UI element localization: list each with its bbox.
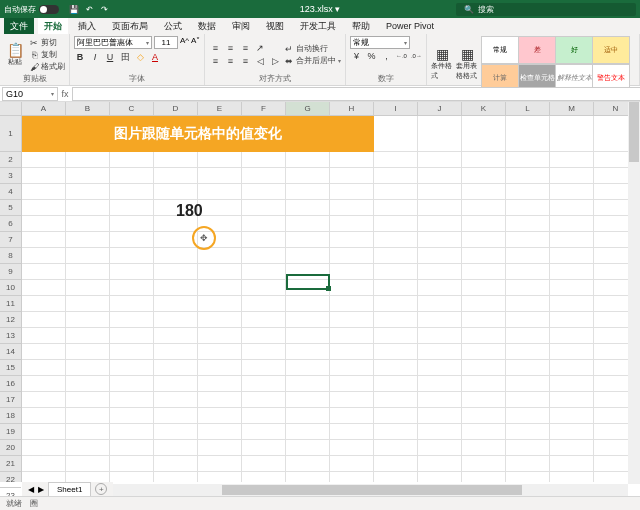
align-bottom-button[interactable]: ≡: [239, 42, 251, 54]
row-header[interactable]: 3: [0, 168, 21, 184]
tab-view[interactable]: 视图: [260, 18, 290, 34]
row-header[interactable]: 12: [0, 312, 21, 328]
row-header[interactable]: 4: [0, 184, 21, 200]
sheet-tab[interactable]: Sheet1: [48, 482, 91, 496]
col-header[interactable]: E: [198, 102, 242, 115]
col-header[interactable]: J: [418, 102, 462, 115]
row-header[interactable]: 10: [0, 280, 21, 296]
copy-button[interactable]: ⎘复制: [29, 49, 65, 60]
style-good[interactable]: 好: [555, 36, 593, 64]
active-cell-selection[interactable]: [286, 274, 330, 290]
col-header[interactable]: I: [374, 102, 418, 115]
cell-styles-gallery[interactable]: 常规 差 好 适中 计算 检查单元格 解释性文本 警告文本: [481, 36, 629, 92]
tab-data[interactable]: 数据: [192, 18, 222, 34]
merged-title-cell[interactable]: 图片跟随单元格中的值变化: [22, 116, 374, 152]
font-decrease-button[interactable]: A˅: [191, 36, 200, 49]
autosave-toggle[interactable]: 自动保存: [4, 4, 59, 15]
format-painter-button[interactable]: 🖌格式刷: [29, 61, 65, 72]
add-sheet-button[interactable]: +: [95, 483, 107, 495]
increase-decimal-button[interactable]: ←.0: [395, 50, 407, 62]
tab-dev[interactable]: 开发工具: [294, 18, 342, 34]
tab-powerpivot[interactable]: Power Pivot: [380, 18, 440, 34]
row-header[interactable]: 1: [0, 116, 21, 152]
col-header[interactable]: M: [550, 102, 594, 115]
row-header[interactable]: 19: [0, 424, 21, 440]
wrap-text-button[interactable]: ↵自动换行: [284, 43, 341, 54]
row-header[interactable]: 18: [0, 408, 21, 424]
border-button[interactable]: 田: [119, 51, 131, 63]
row-header[interactable]: 9: [0, 264, 21, 280]
indent-decrease-button[interactable]: ◁: [254, 55, 266, 67]
bold-button[interactable]: B: [74, 51, 86, 63]
indent-increase-button[interactable]: ▷: [269, 55, 281, 67]
sheet-nav-prev[interactable]: ◀: [28, 485, 34, 494]
cells-area[interactable]: document.write(Array(22).fill('<div clas…: [22, 116, 640, 482]
toggle-switch-icon[interactable]: [39, 5, 59, 14]
font-increase-button[interactable]: A^: [180, 36, 189, 49]
scrollbar-vertical[interactable]: [628, 102, 640, 484]
row-header[interactable]: 8: [0, 248, 21, 264]
row-header[interactable]: 14: [0, 344, 21, 360]
scrollbar-thumb[interactable]: [629, 102, 639, 162]
undo-icon[interactable]: ↶: [84, 4, 94, 14]
col-header[interactable]: F: [242, 102, 286, 115]
row-header[interactable]: 20: [0, 440, 21, 456]
font-size-select[interactable]: 11: [154, 36, 178, 49]
col-header[interactable]: C: [110, 102, 154, 115]
row-header[interactable]: 11: [0, 296, 21, 312]
font-color-button[interactable]: A: [149, 51, 161, 63]
align-right-button[interactable]: ≡: [239, 55, 251, 67]
tab-formulas[interactable]: 公式: [158, 18, 188, 34]
col-header[interactable]: B: [66, 102, 110, 115]
style-bad[interactable]: 差: [518, 36, 556, 64]
row-header[interactable]: 2: [0, 152, 21, 168]
col-header[interactable]: H: [330, 102, 374, 115]
row-header[interactable]: 13: [0, 328, 21, 344]
col-header[interactable]: D: [154, 102, 198, 115]
align-top-button[interactable]: ≡: [209, 42, 221, 54]
name-box[interactable]: G10▾: [2, 87, 58, 101]
row-header[interactable]: 17: [0, 392, 21, 408]
conditional-format-button[interactable]: ▦条件格式: [431, 47, 453, 81]
underline-button[interactable]: U: [104, 51, 116, 63]
italic-button[interactable]: I: [89, 51, 101, 63]
row-header[interactable]: 16: [0, 376, 21, 392]
formula-bar[interactable]: [72, 87, 640, 101]
row-header[interactable]: 7: [0, 232, 21, 248]
row-header[interactable]: 5: [0, 200, 21, 216]
currency-button[interactable]: ¥: [350, 50, 362, 62]
col-header[interactable]: K: [462, 102, 506, 115]
tab-help[interactable]: 帮助: [346, 18, 376, 34]
font-name-select[interactable]: 阿里巴巴普惠体▾: [74, 36, 152, 49]
save-icon[interactable]: 💾: [69, 4, 79, 14]
comma-button[interactable]: ,: [380, 50, 392, 62]
format-as-table-button[interactable]: ▦套用表格格式: [456, 47, 478, 81]
merge-center-button[interactable]: ⬌合并后居中▾: [284, 55, 341, 66]
row-header[interactable]: 15: [0, 360, 21, 376]
percent-button[interactable]: %: [365, 50, 377, 62]
row-header[interactable]: 22: [0, 472, 21, 488]
redo-icon[interactable]: ↷: [99, 4, 109, 14]
col-header[interactable]: L: [506, 102, 550, 115]
fx-icon[interactable]: fx: [58, 89, 72, 99]
paste-button[interactable]: 📋 粘贴: [4, 38, 26, 72]
tab-layout[interactable]: 页面布局: [106, 18, 154, 34]
scrollbar-thumb[interactable]: [222, 485, 522, 495]
col-header[interactable]: A: [22, 102, 66, 115]
style-neutral[interactable]: 适中: [592, 36, 630, 64]
filename[interactable]: 123.xlsx ▾: [300, 4, 341, 14]
align-center-button[interactable]: ≡: [224, 55, 236, 67]
align-middle-button[interactable]: ≡: [224, 42, 236, 54]
search-box[interactable]: 🔍 搜索: [456, 3, 636, 16]
status-accessibility[interactable]: 圈: [30, 498, 38, 509]
cut-button[interactable]: ✂剪切: [29, 37, 65, 48]
col-header[interactable]: G: [286, 102, 330, 115]
tab-file[interactable]: 文件: [4, 18, 34, 34]
style-normal[interactable]: 常规: [481, 36, 519, 64]
orientation-button[interactable]: ↗: [254, 42, 266, 54]
select-all-corner[interactable]: [0, 102, 21, 116]
tab-home[interactable]: 开始: [38, 18, 68, 34]
fill-color-button[interactable]: ◇: [134, 51, 146, 63]
sheet-nav-next[interactable]: ▶: [38, 485, 44, 494]
row-header[interactable]: 6: [0, 216, 21, 232]
